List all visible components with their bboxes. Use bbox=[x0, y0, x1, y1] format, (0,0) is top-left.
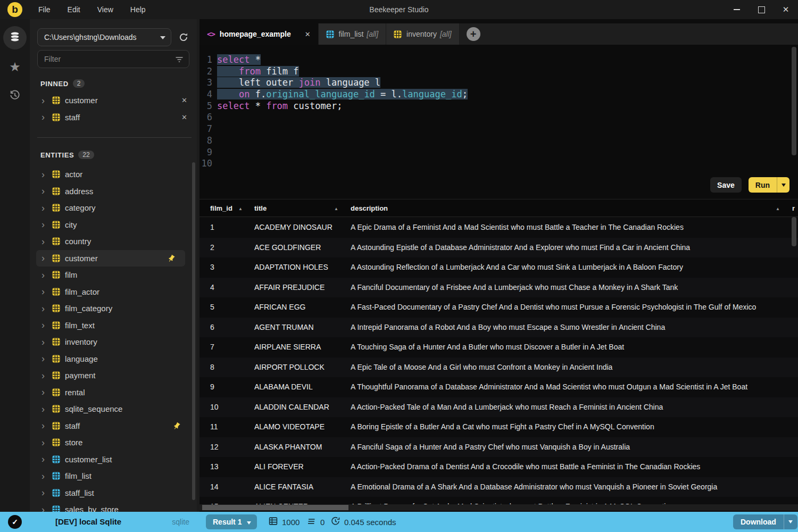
cell-film-id[interactable]: 1 bbox=[210, 218, 242, 238]
tab-film_list[interactable]: film_list[all] bbox=[319, 23, 386, 45]
table-row[interactable]: 14ALICE FANTASIAA Emotional Drama of a A… bbox=[200, 477, 798, 497]
minimize-button[interactable] bbox=[725, 0, 749, 19]
unpin-icon[interactable]: ✕ bbox=[181, 113, 187, 121]
sidebar-item-city[interactable]: ›city bbox=[30, 217, 197, 234]
sidebar-item-actor[interactable]: ›actor bbox=[30, 166, 197, 183]
code-line[interactable]: 3 left outer join language l bbox=[200, 77, 787, 89]
cell-description[interactable]: A Touching Saga of a Hunter And a Butler… bbox=[351, 337, 787, 358]
chevron-right-icon[interactable]: › bbox=[41, 488, 52, 497]
column-header-partial[interactable]: r bbox=[792, 200, 795, 218]
chevron-right-icon[interactable]: › bbox=[41, 471, 52, 481]
table-row[interactable]: 4AFFAIR PREJUDICEA Fanciful Documentary … bbox=[200, 278, 798, 298]
run-options-button[interactable] bbox=[777, 177, 789, 193]
result-selector[interactable]: Result 1 bbox=[206, 514, 257, 529]
table-row[interactable]: 5AFRICAN EGGA Fast-Paced Documentary of … bbox=[200, 297, 798, 318]
table-row[interactable]: 6AGENT TRUMANA Intrepid Panorama of a Ro… bbox=[200, 318, 798, 338]
unpin-icon[interactable]: ✕ bbox=[181, 96, 187, 104]
chevron-right-icon[interactable]: › bbox=[41, 237, 52, 246]
code-line[interactable]: 5select * from customer; bbox=[200, 101, 787, 112]
sidebar-item-film_list[interactable]: ›film_list bbox=[30, 468, 197, 485]
menu-file[interactable]: File bbox=[30, 0, 59, 19]
cell-description[interactable]: A Emotional Drama of a A Shark And a Dat… bbox=[351, 477, 787, 497]
chevron-right-icon[interactable]: › bbox=[41, 304, 52, 313]
sidebar-item-customer[interactable]: ›customer bbox=[36, 250, 185, 267]
cell-title[interactable]: ACE GOLDFINGER bbox=[254, 238, 347, 258]
pinned-item-staff[interactable]: ›staff✕ bbox=[30, 109, 197, 126]
sort-asc-icon[interactable]: ▲ bbox=[776, 206, 780, 211]
code-line[interactable]: 6 bbox=[200, 112, 787, 123]
cell-film-id[interactable]: 6 bbox=[210, 318, 242, 338]
cell-title[interactable]: AFFAIR PREJUDICE bbox=[254, 278, 347, 298]
sidebar-item-language[interactable]: ›language bbox=[30, 351, 197, 368]
code-line[interactable]: 4 on f.original_language_id = l.language… bbox=[200, 89, 787, 101]
table-row[interactable]: 8AIRPORT POLLOCKA Epic Tale of a Moose A… bbox=[200, 358, 798, 378]
sidebar-item-film_text[interactable]: ›film_text bbox=[30, 317, 197, 334]
cell-title[interactable]: ALICE FANTASIA bbox=[254, 477, 347, 497]
table-row[interactable]: 3ADAPTATION HOLESA Astounding Reflection… bbox=[200, 257, 798, 278]
sidebar-item-customer_list[interactable]: ›customer_list bbox=[30, 451, 197, 468]
sidebar-item-category[interactable]: ›category bbox=[30, 200, 197, 217]
chevron-right-icon[interactable]: › bbox=[41, 438, 52, 447]
cell-description[interactable]: A Astounding Epistle of a Database Admin… bbox=[351, 238, 787, 258]
sort-asc-icon[interactable]: ▲ bbox=[238, 206, 243, 211]
sidebar-item-country[interactable]: ›country bbox=[30, 233, 197, 250]
cell-title[interactable]: AIRPLANE SIERRA bbox=[254, 337, 347, 358]
cell-title[interactable]: AGENT TRUMAN bbox=[254, 318, 347, 338]
cell-description[interactable]: A Boring Epistle of a Butler And a Cat w… bbox=[351, 417, 787, 437]
sidebar-item-film_category[interactable]: ›film_category bbox=[30, 300, 197, 317]
chevron-right-icon[interactable]: › bbox=[41, 186, 52, 196]
cell-description[interactable]: A Fanciful Saga of a Hunter And a Pastry… bbox=[351, 437, 787, 458]
results-horizontal-scrollbar[interactable] bbox=[200, 504, 798, 511]
refresh-button[interactable] bbox=[179, 32, 188, 42]
new-tab-button[interactable]: + bbox=[467, 27, 480, 41]
table-row[interactable]: 2ACE GOLDFINGERA Astounding Epistle of a… bbox=[200, 238, 798, 258]
code-line[interactable]: 8 bbox=[200, 135, 787, 147]
chevron-right-icon[interactable]: › bbox=[41, 354, 52, 363]
sidebar-item-rental[interactable]: ›rental bbox=[30, 384, 197, 401]
sidebar-scrollbar[interactable] bbox=[192, 162, 195, 500]
code-line[interactable]: 1select * bbox=[200, 54, 787, 66]
cell-description[interactable]: A Fast-Paced Documentary of a Pastry Che… bbox=[351, 297, 787, 318]
cell-title[interactable]: ACADEMY DINOSAUR bbox=[254, 218, 347, 238]
code-line[interactable]: 7 bbox=[200, 123, 787, 135]
sidebar-item-staff[interactable]: ›staff bbox=[30, 418, 197, 435]
sort-asc-icon[interactable]: ▲ bbox=[334, 206, 338, 211]
results-vertical-scrollbar[interactable] bbox=[792, 217, 796, 246]
column-header-description[interactable]: description bbox=[351, 200, 388, 218]
tab-inventory[interactable]: inventory[all] bbox=[386, 23, 460, 45]
cell-title[interactable]: ALAMO VIDEOTAPE bbox=[254, 417, 347, 437]
close-window-button[interactable]: ✕ bbox=[774, 0, 798, 19]
table-row[interactable]: 1ACADEMY DINOSAURA Epic Drama of a Femin… bbox=[200, 218, 798, 238]
sql-editor[interactable]: 1select *2 from film f3 left outer join … bbox=[200, 45, 798, 198]
cell-title[interactable]: ALASKA PHANTOM bbox=[254, 437, 347, 458]
chevron-right-icon[interactable]: › bbox=[41, 96, 52, 105]
sidebar-item-sqlite_sequence[interactable]: ›sqlite_sequence bbox=[30, 401, 197, 418]
sidebar-item-staff_list[interactable]: ›staff_list bbox=[30, 485, 197, 502]
favorites-button[interactable]: ★ bbox=[3, 55, 27, 79]
chevron-right-icon[interactable]: › bbox=[41, 320, 52, 330]
cell-film-id[interactable]: 5 bbox=[210, 297, 242, 318]
cell-description[interactable]: A Astounding Reflection of a Lumberjack … bbox=[351, 257, 787, 278]
pinned-item-customer[interactable]: ›customer✕ bbox=[30, 92, 197, 109]
menu-view[interactable]: View bbox=[89, 0, 122, 19]
chevron-right-icon[interactable]: › bbox=[41, 371, 52, 380]
filter-input[interactable] bbox=[44, 55, 173, 63]
chevron-right-icon[interactable]: › bbox=[41, 421, 52, 430]
pin-icon[interactable] bbox=[167, 254, 176, 265]
cell-film-id[interactable]: 4 bbox=[210, 278, 242, 298]
code-line[interactable]: 2 from film f bbox=[200, 66, 787, 78]
menu-help[interactable]: Help bbox=[122, 0, 154, 19]
cell-description[interactable]: A Action-Packed Drama of a Dentist And a… bbox=[351, 457, 787, 477]
chevron-right-icon[interactable]: › bbox=[41, 203, 52, 213]
cell-title[interactable]: ALI FOREVER bbox=[254, 457, 347, 477]
chevron-right-icon[interactable]: › bbox=[41, 170, 52, 179]
maximize-button[interactable] bbox=[749, 0, 774, 19]
sidebar-item-payment[interactable]: ›payment bbox=[30, 367, 197, 384]
sidebar-item-film[interactable]: ›film bbox=[30, 267, 197, 284]
chevron-right-icon[interactable]: › bbox=[41, 505, 52, 512]
chevron-right-icon[interactable]: › bbox=[41, 404, 52, 414]
sidebar-item-sales_by_store[interactable]: ›sales_by_store bbox=[30, 501, 197, 512]
save-button[interactable]: Save bbox=[710, 177, 742, 193]
chevron-right-icon[interactable]: › bbox=[41, 112, 52, 122]
chevron-right-icon[interactable]: › bbox=[41, 270, 52, 280]
